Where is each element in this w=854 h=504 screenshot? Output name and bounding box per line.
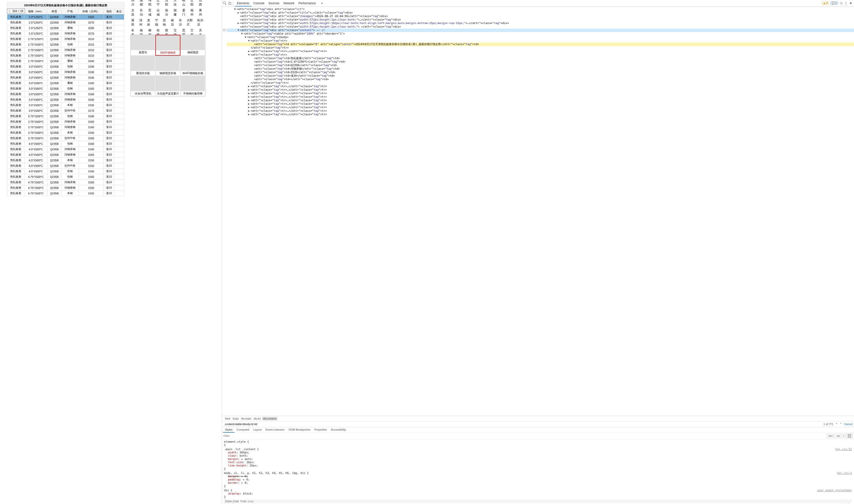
filter-button[interactable]: .cls	[835, 434, 841, 438]
dom-node[interactable]: ▶<attr">class="tag">tr>…</attr">class="t…	[227, 106, 854, 109]
table-row[interactable]: 热轧板卷3.0*1500*CQ235B通钢3180涨10	[7, 80, 124, 86]
table-row[interactable]: 热轧板卷3.0*1500*CQ235B河钢承钢3190涨10	[7, 69, 124, 75]
ad-cell[interactable]: 不锈钢衬氟球阀	[180, 76, 205, 96]
dom-node[interactable]: <attr">class="tag">td>河钢承钢</attr">class=…	[227, 67, 854, 71]
dom-node[interactable]: ▶<attr">class="tag">tr>…</attr">class="t…	[227, 85, 854, 88]
dom-node[interactable]: <attr">class="tag">div attr">style="widt…	[227, 18, 854, 21]
table-row[interactable]: 热轧板卷3.75*1500*CQ235B沧州中铁3160涨10	[7, 136, 124, 141]
toggle-box-icon[interactable]	[847, 433, 853, 438]
table-row[interactable]: 热轧板卷3.5*1500*CQ235B包钢3160涨10	[7, 86, 124, 91]
dom-tree[interactable]: ▼<attr">class="tag">div attr">class="lct…	[222, 6, 854, 416]
table-row[interactable]: 热轧板卷2.75*1500*CQ235B河钢承钢3210涨10	[7, 47, 124, 53]
search-input[interactable]	[224, 422, 822, 426]
search-cancel[interactable]: Cancel	[844, 422, 853, 426]
breadcrumb-item[interactable]: div.lct	[253, 417, 262, 420]
table-row[interactable]: 热轧板卷2.0*1250*CQ235B河钢承钢3320涨10	[7, 14, 124, 20]
dom-node[interactable]: <attr">class="tag">td>2.0*1250*C</attr">…	[227, 60, 854, 64]
ad-cell[interactable]: 悬臂吊	[130, 35, 155, 56]
search-next[interactable]: ˅	[839, 422, 842, 426]
table-row[interactable]: 热轧板卷2.5*1250*CQ235B河钢承钢3270涨10	[7, 31, 124, 36]
devtools-tab[interactable]: Console	[251, 0, 266, 6]
table-row[interactable]: 热轧板卷4.5*1500*CQ235B包钢3160涨10	[7, 141, 124, 146]
table-row[interactable]: 热轧板卷4.5*1500*CQ235B沧州中铁3150涨10	[7, 163, 124, 168]
table-row[interactable]: 热轧板卷3.0*1500*CQ235B包钢3190涨10	[7, 64, 124, 69]
dom-node[interactable]: ▼<attr">class="tag">div attr">class="lct…	[227, 7, 854, 11]
table-row[interactable]: 热轧板卷3.5*1500*CQ235B沧州中铁3170涨10	[7, 108, 124, 113]
dom-node[interactable]: ▶<attr">class="tag">tr>…</attr">class="t…	[227, 95, 854, 99]
devtools-tab[interactable]: Elements	[235, 0, 251, 6]
close-icon[interactable]: ✕	[850, 1, 853, 5]
city-link[interactable]: 厦门	[181, 8, 189, 17]
table-row[interactable]: 热轧板卷2.75*1500*CQ235B通钢3200涨10	[7, 58, 124, 64]
ad-cell[interactable]: 全自动弯管机	[130, 76, 155, 96]
city-link[interactable]: 泉州	[198, 8, 206, 17]
table-row[interactable]: 热轧板卷3.75*1500*CQ235B河钢承钢3160涨10	[7, 119, 124, 125]
dom-node[interactable]: ▶<attr">class="tag">tr>…</attr">class="t…	[227, 102, 854, 106]
style-tab[interactable]: Styles	[223, 427, 234, 433]
filter-button[interactable]: :hov	[827, 434, 834, 438]
devtools-tab[interactable]: Network	[281, 0, 297, 6]
dom-node[interactable]: ▶<attr">class="tag">tr>…</attr">class="t…	[227, 99, 854, 102]
ad-cell[interactable]: 钢材期货价格	[155, 56, 180, 76]
css-rule[interactable]: body, ul, li, p, h1, h2, h3, h4, h5, h6,…	[224, 471, 852, 488]
table-row[interactable]: 热轧板卷3.75*1500*CQ235B包钢3160涨10	[7, 113, 124, 119]
search-prev[interactable]: ˄	[835, 422, 838, 426]
city-link[interactable]: 运城	[156, 8, 163, 17]
ad-cell[interactable]: 304不锈钢板价格	[180, 56, 205, 76]
ad-cell[interactable]: 大连超声波流量计	[155, 76, 180, 96]
city-link[interactable]: 漳州	[138, 18, 145, 27]
city-link[interactable]: 辽宁	[156, 0, 163, 7]
city-link[interactable]: 长沙	[178, 18, 185, 27]
dom-node[interactable]: <attr">class="tag">td>涨10</attr">class="…	[227, 74, 854, 78]
city-link[interactable]: 太原	[130, 8, 138, 17]
table-row[interactable]: 热轧板卷3.75*1500*CQ235B本钢3150涨10	[7, 130, 124, 136]
city-link[interactable]: 绵阳	[147, 0, 155, 7]
city-link[interactable]: 沈阳	[164, 0, 172, 7]
warning-badge[interactable]: ▲ 4	[822, 1, 829, 5]
table-row[interactable]: 热轧板卷2.5*1250*CQ235B河钢唐钢3270涨10	[7, 20, 124, 25]
ad-cell[interactable]: 304不锈钢管	[155, 35, 180, 56]
dom-node[interactable]: <attr">class="tag">td>3320</attr">class=…	[227, 71, 854, 74]
style-tab[interactable]: Computed	[234, 427, 251, 433]
ad-cell[interactable]: 钢材期货	[180, 35, 205, 56]
table-row[interactable]: 热轧板卷3.5*1500*CQ235B河钢承钢3160涨10	[7, 91, 124, 97]
more-icon[interactable]: ⋮	[844, 1, 848, 5]
table-row[interactable]: 热轧板卷4.5*1500*CQ235B本钢3150涨10	[7, 158, 124, 163]
dom-node[interactable]: ▶<attr">class="tag">div attr">style="wid…	[227, 21, 854, 25]
device-icon[interactable]	[228, 1, 232, 5]
dom-node[interactable]: </attr">class="tag">tr>	[227, 46, 854, 50]
table-row[interactable]: 热轧板卷3.0*1500*CQ235B河钢唐钢3190涨10	[7, 75, 124, 80]
city-link[interactable]: 哈尔滨	[196, 18, 206, 27]
dom-node[interactable]: ▶<attr">class="tag">tr>…</attr">class="t…	[227, 109, 854, 113]
city-link[interactable]: 大郎庄	[186, 18, 195, 27]
city-link[interactable]: 长治	[139, 8, 146, 17]
breadcrumb-item[interactable]: div.main	[240, 417, 252, 420]
dom-node[interactable]: <attr">class="tag">td></attr">class="tag…	[227, 78, 854, 81]
city-link[interactable]: 四川	[130, 0, 138, 7]
table-row[interactable]: 热轧板卷4.5*1500*CQ235B河钢承钢3160涨10	[7, 146, 124, 152]
dom-node[interactable]: ▶<attr">class="tag">div attr">class="tit…	[227, 11, 854, 15]
table-row[interactable]: 热轧板卷4.75*1500*CQ235B河钢唐钢3160涨10	[7, 185, 124, 191]
city-link[interactable]: 宁德	[154, 18, 161, 27]
filter-button[interactable]: +	[842, 434, 846, 438]
dom-node[interactable]: ▼<attr">class="tag">tr>	[227, 53, 854, 57]
table-row[interactable]: 热轧板卷4.75*1500*CQ235B河钢承钢3160涨10	[7, 180, 124, 185]
city-link[interactable]: 其他	[162, 18, 169, 27]
table-row[interactable]: 热轧板卷4.75*1500*CQ235B本钢3150涨10	[7, 191, 124, 196]
table-row[interactable]: 热轧板卷2.75*1500*CQ235B河钢唐钢3210涨10	[7, 53, 124, 58]
dom-node[interactable]: ▶<attr">class="tag">tr>…</attr">class="t…	[227, 88, 854, 92]
city-link[interactable]: 大连	[173, 0, 180, 7]
dom-node[interactable]: <attr">class="tag">td>热轧板卷</attr">class=…	[227, 57, 854, 60]
settings-icon[interactable]	[839, 1, 843, 5]
style-tab[interactable]: DOM Breakpoints	[287, 427, 313, 433]
city-link[interactable]: 成都	[139, 0, 146, 7]
table-row[interactable]: 热轧板卷4.75*1500*CQ235B包钢3160涨10	[7, 174, 124, 180]
filter-input[interactable]	[224, 434, 826, 437]
css-rule[interactable]: .main .lct .content {hol.css:52width: 56…	[224, 448, 852, 470]
table-row[interactable]: 热轧板卷4.5*1500*CQ235B首钢3160涨10	[7, 168, 124, 174]
dom-node[interactable]: ▼<attr">class="tag">div attr">class="con…	[227, 29, 854, 32]
city-link[interactable]: 山西	[198, 0, 206, 7]
dom-node[interactable]: <attr">class="tag">td>Q235B</attr">class…	[227, 64, 854, 67]
city-link[interactable]: 辽阳	[190, 0, 197, 7]
table-row[interactable]: 热轧板卷3.5*1500*CQ235B本钢3150涨10	[7, 103, 124, 108]
